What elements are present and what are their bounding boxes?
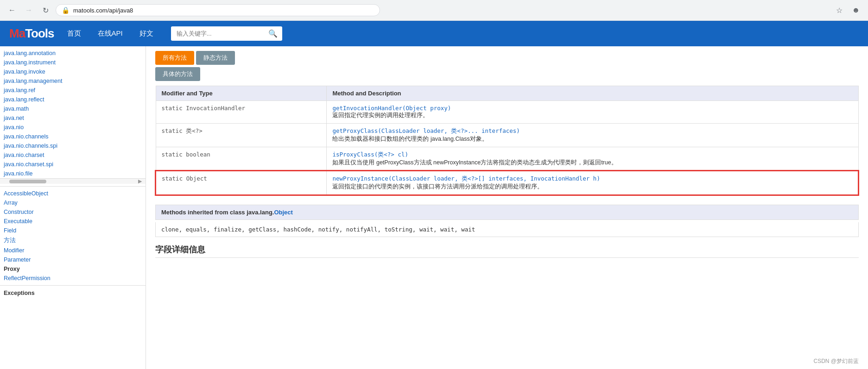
reload-button[interactable]: ↻ — [39, 4, 52, 17]
sidebar-item-annotation[interactable]: java.lang.annotation — [0, 49, 146, 58]
address-text: matools.com/api/java8 — [73, 7, 374, 14]
sidebar: java.lang.annotation java.lang.instrumen… — [0, 46, 146, 369]
method-tabs: 所有方法 静态方法 — [155, 51, 859, 65]
sidebar-item-math[interactable]: java.math — [0, 104, 146, 113]
method-link-getinvocationhandler[interactable]: getInvocationHandler(Object proxy) — [332, 105, 451, 112]
sidebar-scroll: java.lang.annotation java.lang.instrumen… — [0, 49, 146, 298]
logo-tools: Tools — [25, 26, 54, 40]
methods-table: Modifier and Type Method and Description… — [155, 86, 859, 195]
method-desc: 给出类加载器和接口数组的代理类的 java.lang.Class对象。 — [332, 135, 852, 143]
watermark: CSDN @梦幻前蓝 — [813, 357, 859, 365]
site-header: MaTools 首页 在线API 好文 🔍 — [0, 21, 868, 46]
sidebar-item-ref[interactable]: java.lang.ref — [0, 86, 146, 95]
sidebar-section-exceptions: Exceptions — [0, 288, 146, 298]
address-bar: 🔒 matools.com/api/java8 — [56, 4, 380, 16]
modifier-cell: static boolean — [156, 147, 327, 171]
method-cell: getInvocationHandler(Object proxy) 返回指定代… — [327, 101, 858, 124]
sidebar-item-nio-charset[interactable]: java.nio.charset — [0, 150, 146, 160]
inherited-methods-list: clone, equals, finalize, getClass, hashC… — [161, 226, 475, 233]
inherited-title: Methods inherited from class java.lang. — [161, 209, 274, 216]
nav-articles[interactable]: 好文 — [136, 27, 157, 40]
method-cell: getProxyClass(ClassLoader loader, 类<?>..… — [327, 124, 858, 147]
sidebar-item-array[interactable]: Array — [0, 198, 146, 207]
sidebar-divider — [0, 186, 146, 187]
sidebar-item-reflectpermission[interactable]: ReflectPermission — [0, 274, 146, 283]
sidebar-item-modifier[interactable]: Modifier — [0, 246, 146, 255]
scrollbar-thumb-h — [9, 180, 46, 183]
star-button[interactable]: ☆ — [833, 4, 846, 17]
logo-ma: Ma — [9, 26, 25, 40]
table-row: static InvocationHandler getInvocationHa… — [156, 101, 858, 124]
search-input[interactable] — [171, 27, 264, 40]
sidebar-item-reflect[interactable]: java.lang.reflect — [0, 95, 146, 104]
sidebar-item-constructor[interactable]: Constructor — [0, 207, 146, 217]
account-button[interactable]: ☻ — [849, 4, 862, 17]
lock-icon: 🔒 — [62, 6, 70, 14]
method-link-getproxyclass[interactable]: getProxyClass(ClassLoader loader, 类<?>..… — [332, 127, 520, 134]
modifier-cell: static InvocationHandler — [156, 101, 327, 124]
col-method: Method and Description — [327, 86, 858, 101]
method-desc: 如果且仅当使用 getProxyClass方法或 newProxyInstanc… — [332, 159, 852, 167]
sidebar-item-nio-charset-spi[interactable]: java.nio.charset.spi — [0, 160, 146, 169]
search-button[interactable]: 🔍 — [264, 26, 282, 41]
nav-api[interactable]: 在线API — [94, 27, 127, 40]
sidebar-item-parameter[interactable]: Parameter — [0, 255, 146, 264]
sidebar-item-nio-channels[interactable]: java.nio.channels — [0, 132, 146, 141]
sidebar-item-executable[interactable]: Executable — [0, 217, 146, 226]
sidebar-item-method[interactable]: 方法 — [0, 235, 146, 246]
table-header-row: Modifier and Type Method and Description — [156, 86, 858, 101]
main-layout: java.lang.annotation java.lang.instrumen… — [0, 46, 868, 369]
browser-actions: ☆ ☻ — [833, 4, 862, 17]
nav-home[interactable]: 首页 — [63, 27, 85, 40]
forward-button[interactable]: → — [22, 4, 35, 17]
sidebar-item-invoke[interactable]: java.lang.invoke — [0, 67, 146, 76]
table-row: static boolean isProxyClass(类<?> cl) 如果且… — [156, 147, 858, 171]
tab-specific-methods[interactable]: 具体的方法 — [155, 67, 200, 81]
back-button[interactable]: ← — [6, 4, 19, 17]
modifier-cell-highlighted: static Object — [156, 171, 327, 195]
method-desc-highlighted: 返回指定接口的代理类的实例，该接口将方法调用分派给指定的调用处理程序。 — [332, 183, 852, 191]
sidebar-divider-2 — [0, 285, 146, 286]
method-link-newproxyinstance[interactable]: newProxyInstance(ClassLoader loader, 类<?… — [332, 175, 600, 182]
modifier-cell: static 类<?> — [156, 124, 327, 147]
sidebar-item-field[interactable]: Field — [0, 226, 146, 235]
sidebar-item-management[interactable]: java.lang.management — [0, 76, 146, 86]
sidebar-item-nio-file[interactable]: java.nio.file — [0, 169, 146, 178]
sidebar-item-nio-channels-spi[interactable]: java.nio.channels.spi — [0, 141, 146, 150]
method-cell: isProxyClass(类<?> cl) 如果且仅当使用 getProxyCl… — [327, 147, 858, 171]
method-link-isproxyclass[interactable]: isProxyClass(类<?> cl) — [332, 151, 408, 158]
tab-static-methods[interactable]: 静态方法 — [196, 51, 235, 65]
sidebar-scrollbar-h: ▶ — [0, 178, 146, 184]
logo: MaTools — [9, 26, 54, 41]
table-row-highlighted: static Object newProxyInstance(ClassLoad… — [156, 171, 858, 195]
method-cell-highlighted: newProxyInstance(ClassLoader loader, 类<?… — [327, 171, 858, 195]
field-section-title: 字段详细信息 — [155, 244, 859, 258]
inherited-section: Methods inherited from class java.lang.O… — [155, 205, 859, 220]
sidebar-item-proxy[interactable]: Proxy — [0, 264, 146, 274]
col-modifier: Modifier and Type — [156, 86, 327, 101]
sidebar-item-net[interactable]: java.net — [0, 113, 146, 123]
inherited-methods: clone, equals, finalize, getClass, hashC… — [155, 222, 859, 237]
sidebar-item-accessible[interactable]: AccessibleObject — [0, 189, 146, 198]
table-wrapper: Modifier and Type Method and Description… — [155, 86, 859, 195]
content-area: 所有方法 静态方法 具体的方法 Modifier and Type Method… — [146, 46, 868, 369]
inherited-class-link[interactable]: Object — [274, 209, 292, 216]
method-desc: 返回指定代理实例的调用处理程序。 — [332, 112, 852, 119]
browser-toolbar: ← → ↻ 🔒 matools.com/api/java8 ☆ ☻ — [0, 0, 868, 20]
search-container: 🔍 — [171, 26, 282, 41]
tab-all-methods[interactable]: 所有方法 — [155, 51, 194, 65]
sidebar-item-nio[interactable]: java.nio — [0, 123, 146, 132]
table-row: static 类<?> getProxyClass(ClassLoader lo… — [156, 124, 858, 147]
browser-chrome: ← → ↻ 🔒 matools.com/api/java8 ☆ ☻ — [0, 0, 868, 21]
sidebar-item-instrument[interactable]: java.lang.instrument — [0, 58, 146, 67]
